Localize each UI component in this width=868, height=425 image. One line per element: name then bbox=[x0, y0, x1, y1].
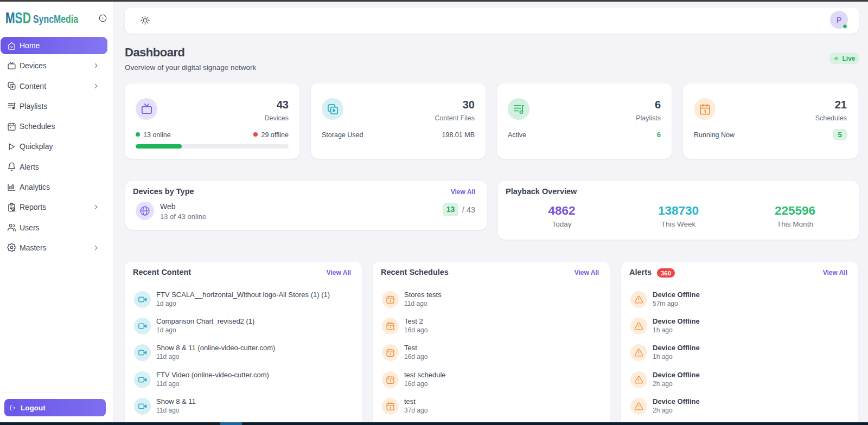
svg-text:MSD: MSD bbox=[5, 11, 31, 25]
svg-text:SyncMedia: SyncMedia bbox=[33, 12, 78, 25]
